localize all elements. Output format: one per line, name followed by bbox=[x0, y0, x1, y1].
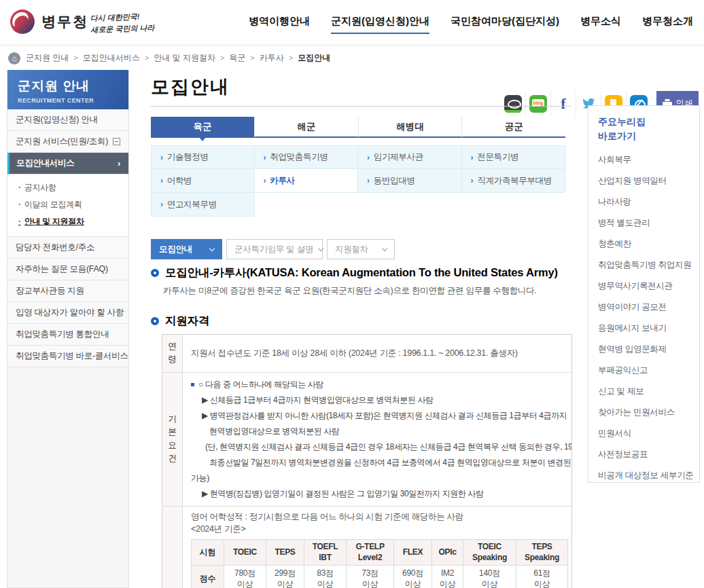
category-cell[interactable]: › 전문특기병 bbox=[462, 145, 566, 169]
breadcrumb-item[interactable]: 안내 및 지원절차 bbox=[154, 52, 229, 64]
quicklink-item[interactable]: 산업지원 병역일터 bbox=[598, 170, 699, 191]
breadcrumb-item[interactable]: 모집안내 bbox=[298, 52, 330, 64]
nav-item[interactable]: 병무청소개 bbox=[642, 15, 693, 33]
table-row: 영어 어학성적 : 정기시험으로 다음 어느 하나의 시험 기준에 해당하는 사… bbox=[162, 507, 571, 588]
sidebar-item[interactable]: 장교부사관등 지원 bbox=[7, 280, 128, 302]
category-cell[interactable]: › 동반입대병 bbox=[358, 169, 462, 193]
quicklink-item[interactable]: 사회복무 bbox=[598, 149, 699, 170]
home-icon[interactable]: ⌂ bbox=[8, 52, 20, 65]
sidebar-item-recruit-info[interactable]: 모집안내서비스 › bbox=[7, 153, 128, 174]
quicklink-item[interactable]: 병무역사기록전시관 bbox=[598, 276, 699, 297]
breadcrumb-item[interactable]: 카투사 bbox=[260, 52, 298, 64]
sidebar-item-service[interactable]: 군지원 서비스(민원/조회) bbox=[7, 131, 128, 153]
sidebar-item-recruit-guide[interactable]: 군지원(입영신청) 안내 bbox=[7, 109, 128, 131]
quicklink-item[interactable]: 취업맞춤특기병 취업지원 bbox=[598, 255, 699, 276]
quicklink-item[interactable]: 병역이야기 공모전 bbox=[598, 297, 699, 318]
category-cell[interactable]: › 연고지복무병 bbox=[151, 193, 255, 217]
category-label: 연고지복무병 bbox=[167, 199, 217, 210]
table-row: 연 령 지원서 접수년도 기준 18세 이상 28세 이하 (2024년 기준 … bbox=[162, 335, 571, 373]
top-nav: 병역이행안내군지원(입영신청)안내국민참여마당(집단지성)병무소식병무청소개 bbox=[249, 15, 693, 34]
chevron-right-icon: › bbox=[160, 200, 163, 209]
chevron-right-icon: › bbox=[367, 153, 370, 162]
facebook-share-button[interactable] bbox=[550, 91, 576, 116]
table-cell: 점수 bbox=[192, 566, 224, 588]
submenu-item[interactable]: 공지사항 bbox=[7, 179, 128, 196]
quicklink-item[interactable]: 사전정보공표 bbox=[598, 444, 699, 465]
sidebar-title: 군지원 안내 bbox=[18, 77, 128, 95]
logo-text: 병무청 bbox=[41, 12, 88, 31]
sidebar-item-label: 모집안내서비스 bbox=[16, 158, 74, 169]
tab[interactable]: 해병대 bbox=[358, 117, 462, 138]
section-heading: 지원자격 bbox=[151, 314, 209, 329]
category-label: 카투사 bbox=[270, 175, 295, 187]
nav-item[interactable]: 군지원(입영신청)안내 bbox=[331, 15, 429, 34]
category-label: 어학병 bbox=[167, 175, 192, 187]
band-share-button[interactable] bbox=[500, 91, 525, 116]
filter-button[interactable]: 모집안내 bbox=[151, 239, 222, 259]
app-logo[interactable]: 병무청 bbox=[10, 9, 88, 35]
category-cell[interactable]: › 카투사 bbox=[255, 169, 359, 193]
sidebar-item[interactable]: 취업맞춤특기병 바로-콜서비스 bbox=[7, 346, 128, 367]
filter-label: 모집안내 bbox=[159, 244, 192, 255]
sidebar-subtitle: RECRUITMENT CENTER bbox=[18, 97, 128, 104]
requirement-line: 가능) bbox=[191, 471, 563, 486]
sidebar-item[interactable]: 자주하는 질문 모음(FAQ) bbox=[7, 259, 128, 280]
breadcrumb-item[interactable]: 모집안내서비스 bbox=[83, 52, 154, 64]
filter-label: 지원절차 bbox=[335, 244, 368, 255]
quicklink-item[interactable]: 신고 및 제보 bbox=[598, 381, 699, 402]
sidebar-item[interactable]: 담당자 전화번호/주소 bbox=[7, 237, 128, 259]
category-label: 직계가족복무부대병 bbox=[477, 175, 552, 187]
page: 병무청 다시 대한민국! 새로운 국민의 나라 병역이행안내군지원(입영신청)안… bbox=[0, 0, 704, 588]
category-cell[interactable]: › 임기제부사관 bbox=[358, 145, 462, 169]
quicklink-item[interactable]: 나라사랑 bbox=[598, 191, 699, 213]
table-cell: 780점 이상 bbox=[224, 566, 266, 588]
nav-item[interactable]: 국민참여마당(집단지성) bbox=[451, 15, 559, 33]
submenu-item[interactable]: 안내 및 지원절차 bbox=[7, 213, 128, 230]
table-cell: 299점 이상 bbox=[266, 566, 304, 588]
tab[interactable]: 공군 bbox=[461, 117, 565, 138]
category-cell[interactable]: › 기술행정병 bbox=[151, 145, 255, 169]
nav-item[interactable]: 병역이행안내 bbox=[249, 15, 310, 33]
title-divider bbox=[151, 106, 571, 107]
tab[interactable]: 해군 bbox=[254, 117, 358, 138]
table-row: 기 본 요 건 ○ 다음 중 어느하나에 해당되는 사람▶ 신체등급 1급부터 … bbox=[162, 373, 571, 507]
breadcrumb-item[interactable]: 육군 bbox=[229, 52, 259, 64]
blog-share-button[interactable] bbox=[525, 91, 550, 116]
sidebar-item[interactable]: 입영 대상자가 알아야 할 사항 bbox=[7, 302, 128, 324]
table-header-cell: TOEFL IBT bbox=[304, 540, 347, 566]
quicklink-item[interactable]: 부패공익신고 bbox=[598, 360, 699, 381]
quicklink-item[interactable]: 민원서식 bbox=[598, 423, 699, 444]
filter-label: 군사특기임무 및 설명 bbox=[234, 244, 313, 255]
quicklink-item[interactable]: 병적 별도관리 bbox=[598, 213, 699, 234]
quicklink-item[interactable]: 비공개 대상정보 세부기준 bbox=[598, 465, 699, 483]
quicklink-item[interactable]: 청춘예찬 bbox=[598, 234, 699, 255]
filter-button[interactable]: 군사특기임무 및 설명 bbox=[226, 239, 323, 259]
quicklink-item[interactable]: 찾아가는 민원서비스 bbox=[598, 402, 699, 423]
chevron-down-icon bbox=[382, 245, 387, 251]
requirement-line: 최종선발일 7일전까지 병역처분변경원을 신청하여 4급 보충역에서 4급 현역… bbox=[191, 455, 563, 471]
requirement-line: ▶ 신체등급 1급부터 4급까지 현역병입영대상으로 병역처분된 사람 bbox=[191, 392, 563, 408]
chevron-right-icon: › bbox=[160, 176, 163, 185]
mma-emblem-icon bbox=[10, 9, 35, 35]
sidebar-item-label: 군지원(입영신청) 안내 bbox=[16, 114, 98, 126]
table-header-cell: OPIc bbox=[432, 540, 463, 566]
category-cell[interactable]: › 취업맞춤특기병 bbox=[255, 145, 359, 169]
breadcrumb-bar: ⌂ 군지원 안내모집안내서비스안내 및 지원절차육군카투사모집안내 인쇄 bbox=[0, 45, 704, 71]
expand-icon[interactable] bbox=[113, 138, 120, 145]
quicklink-item[interactable]: 응원메시지 보내기 bbox=[598, 318, 699, 339]
filter-button[interactable]: 지원절차 bbox=[327, 239, 395, 259]
submenu-item[interactable]: 이달의 모집계획 bbox=[7, 196, 128, 213]
row-content: 지원서 접수년도 기준 18세 이상 28세 이하 (2024년 기준 : 19… bbox=[183, 335, 571, 372]
chevron-right-icon: › bbox=[264, 153, 266, 162]
tab[interactable]: 육군 bbox=[151, 117, 254, 138]
category-cell[interactable]: › 직계가족복무부대병 bbox=[462, 169, 566, 193]
table-cell: IM2 이상 bbox=[432, 566, 463, 588]
table-header-cell: 시험 bbox=[192, 540, 224, 566]
band-icon bbox=[504, 95, 522, 113]
category-cell[interactable]: › 어학병 bbox=[151, 169, 255, 193]
category-label: 동반입대병 bbox=[374, 175, 415, 187]
sidebar-item[interactable]: 취업맞춤특기병 통합안내 bbox=[7, 324, 128, 346]
nav-item[interactable]: 병무소식 bbox=[580, 15, 621, 33]
breadcrumb-item[interactable]: 군지원 안내 bbox=[26, 52, 83, 64]
quicklink-item[interactable]: 현역병 입영문화제 bbox=[598, 339, 699, 360]
